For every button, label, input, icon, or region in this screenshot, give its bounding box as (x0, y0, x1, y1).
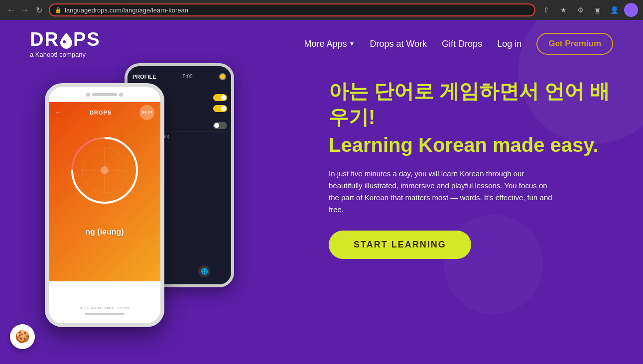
hero-description: In just five minutes a day, you will lea… (329, 168, 553, 216)
main-nav: More Apps ▼ Drops at Work Gift Drops Log… (304, 33, 613, 55)
start-learning-button[interactable]: START LEARNING (329, 231, 471, 259)
cookie-consent-button[interactable]: 🍪 (10, 324, 35, 349)
phone-bottom-bar: KOREAN ALPHABET 5: 0% (49, 281, 160, 321)
logo-area: DR PS a Kahoot! company (30, 30, 101, 58)
header: DR PS a Kahoot! company More Apps ▼ Drop… (0, 20, 643, 68)
lock-icon: 🔒 (55, 7, 62, 13)
toggle-3[interactable] (213, 122, 227, 129)
window-button[interactable]: ▣ (590, 3, 604, 17)
profile-header: PROFILE 5:00 (131, 71, 227, 82)
reload-button[interactable]: ↻ (33, 4, 45, 16)
hero-section: PROFILE 5:00 5 minutes 11:00 (0, 68, 643, 317)
share-button[interactable]: ⇧ (539, 3, 553, 17)
hero-english: Learning Korean made easy. (329, 132, 613, 158)
chevron-down-icon: ▼ (349, 40, 355, 47)
url-text: languagedrops.com/language/learn-korean (65, 6, 188, 14)
timer-badge: 04:04 (139, 105, 154, 120)
browser-actions: ⇧ ★ ⚙ ▣ 👤 (539, 3, 638, 17)
profile-avatar[interactable] (624, 3, 638, 17)
screen-header: ← DROPS 04:04 (49, 102, 160, 123)
svg-point-0 (63, 40, 66, 43)
forward-button[interactable]: → (19, 4, 31, 16)
bookmark-button[interactable]: ★ (556, 3, 570, 17)
toggle-1[interactable] (213, 94, 227, 101)
camera-notch (86, 93, 90, 97)
hero-korean: 아는 단어로 게임하면서 언어 배우기! (329, 78, 613, 130)
phone-notch (49, 87, 160, 102)
home-indicator (85, 313, 125, 315)
get-premium-button[interactable]: Get Premium (536, 33, 613, 55)
browser-chrome: ← → ↻ 🔒 languagedrops.com/language/learn… (0, 0, 643, 20)
back-arrow-icon: ← (55, 109, 62, 117)
logo-drop-icon (59, 32, 73, 49)
logo-wrapper: DR PS (30, 30, 101, 50)
back-button[interactable]: ← (5, 4, 17, 16)
logo-text: DR PS (30, 29, 101, 50)
camera-notch-2 (119, 93, 123, 97)
more-apps-link[interactable]: More Apps ▼ (304, 39, 355, 49)
login-link[interactable]: Log in (497, 39, 521, 49)
account-button[interactable]: 👤 (607, 3, 621, 17)
phones-container: PROFILE 5:00 5 minutes 11:00 (30, 58, 289, 317)
hero-text: 아는 단어로 게임하면서 언어 배우기! Learning Korean mad… (289, 68, 613, 259)
browser-nav-buttons: ← → ↻ (5, 4, 45, 16)
circle-game (67, 133, 142, 208)
game-screen: ← DROPS 04:04 (49, 102, 160, 281)
drops-at-work-link[interactable]: Drops at Work (370, 39, 427, 49)
address-bar[interactable]: 🔒 languagedrops.com/language/learn-korea… (49, 3, 535, 16)
profile-time-display: 5:00 (183, 74, 192, 79)
svg-point-7 (101, 166, 109, 174)
globe-icon[interactable]: 🌐 (198, 265, 210, 277)
cookie-icon: 🍪 (15, 330, 30, 344)
profile-status-circle (219, 73, 226, 80)
progress-label: KOREAN ALPHABET 5: 0% (80, 306, 129, 310)
logo-tagline: a Kahoot! company (30, 51, 101, 58)
gift-drops-link[interactable]: Gift Drops (442, 39, 482, 49)
toggle-2[interactable] (213, 105, 227, 112)
phone-front: ← DROPS 04:04 (45, 83, 164, 327)
extensions-button[interactable]: ⚙ (573, 3, 587, 17)
page-content: DR PS a Kahoot! company More Apps ▼ Drop… (0, 20, 643, 364)
profile-title: PROFILE (132, 74, 156, 80)
word-display: ng (ieung) (85, 228, 124, 237)
speaker-notch (92, 93, 117, 96)
game-circle-svg (67, 133, 142, 208)
drops-logo-small: DROPS (90, 110, 112, 116)
